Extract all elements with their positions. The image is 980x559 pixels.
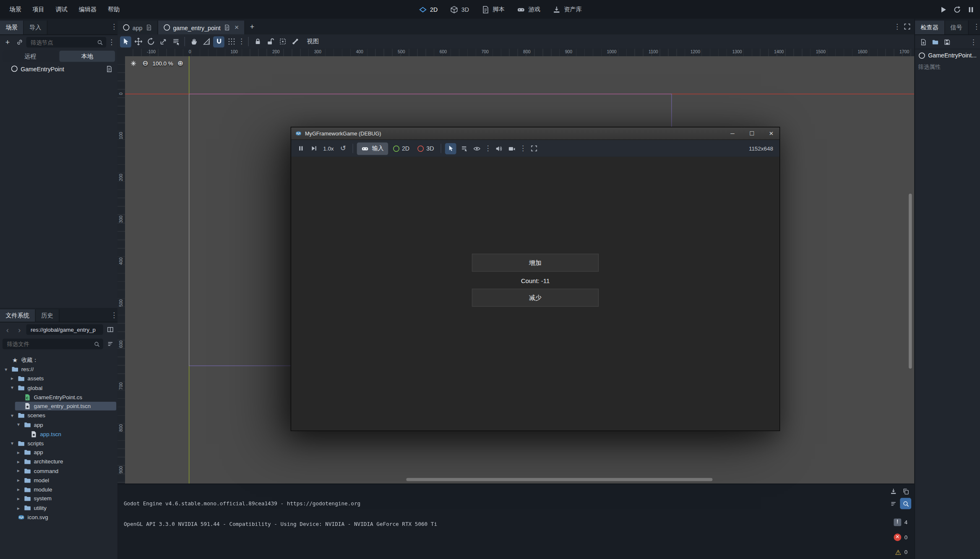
file-row[interactable]: game_entry_point.tscn (0, 402, 117, 411)
bone-icon[interactable] (289, 36, 301, 47)
selection-list-icon[interactable] (459, 143, 470, 154)
pan-tool-icon[interactable] (188, 36, 199, 47)
file-row[interactable]: ▸app (0, 448, 117, 457)
tree-arrow-icon[interactable]: ▾ (9, 385, 15, 390)
center-view-icon[interactable] (129, 59, 138, 68)
nav-back-icon[interactable]: ‹ (3, 325, 13, 335)
tree-arrow-icon[interactable]: ▸ (16, 496, 21, 502)
workspace-game[interactable]: 游戏 (513, 3, 545, 15)
rotate-tool-icon[interactable] (145, 36, 156, 47)
embed-fullscreen-icon[interactable] (528, 143, 540, 154)
path-input[interactable] (29, 326, 100, 333)
copy-log-icon[interactable] (900, 486, 911, 497)
input-mode-toggle[interactable]: 输入 (357, 142, 388, 155)
select-tool-icon[interactable] (120, 36, 131, 47)
file-row[interactable]: ▸command (0, 466, 117, 476)
sort-files-icon[interactable] (105, 339, 115, 349)
node-filter[interactable] (26, 37, 107, 47)
next-frame-icon[interactable] (308, 143, 319, 154)
game-window[interactable]: MyGFrameworkGame (DEBUG) ─ ☐ ✕ 1.0x ↺ 输入… (291, 127, 780, 431)
tab-import-dock[interactable]: 导入 (24, 21, 48, 34)
error-count-badge[interactable]: ✕ 0 (894, 533, 909, 541)
workspace-2d[interactable]: 2D (414, 3, 442, 15)
save-resource-icon[interactable] (942, 37, 952, 47)
resource-menu-icon[interactable]: ⋮ (970, 38, 977, 46)
scene-tabs-menu-icon[interactable]: ⋮ (894, 22, 900, 30)
expand-viewport-icon[interactable] (902, 21, 912, 31)
snap-menu-icon[interactable]: ⋮ (238, 37, 245, 45)
tree-arrow-icon[interactable]: ▸ (16, 487, 21, 492)
tab-inspector[interactable]: 检查器 (915, 21, 945, 34)
tree-arrow-icon[interactable]: ▾ (9, 440, 15, 446)
file-row[interactable]: app.tscn (0, 429, 117, 439)
tree-arrow-icon[interactable]: ▸ (16, 459, 21, 464)
menu-help[interactable]: 帮助 (102, 0, 125, 19)
file-row[interactable]: ▸architecture (0, 457, 117, 466)
filesystem-menu-icon[interactable]: ⋮ (111, 311, 117, 319)
file-row[interactable]: icon.svg (0, 512, 117, 522)
tree-arrow-icon[interactable]: ▸ (16, 505, 21, 511)
scene-tab-app[interactable]: app (117, 21, 158, 34)
new-resource-icon[interactable] (918, 37, 928, 47)
filter-log-icon[interactable] (888, 498, 899, 509)
file-row[interactable]: ▸system (0, 494, 117, 503)
snap-magnet-icon[interactable] (213, 36, 224, 47)
log-count-badge[interactable]: ! 4 (894, 518, 909, 526)
h-scrollbar[interactable] (406, 478, 712, 481)
scene-tab-game-entry-point[interactable]: game_entry_point ✕ (158, 21, 245, 34)
mute-audio-icon[interactable] (493, 143, 505, 154)
maximize-icon[interactable]: ☐ (744, 127, 760, 139)
move-tool-icon[interactable] (133, 36, 144, 47)
group-icon[interactable] (277, 36, 288, 47)
inspected-node-row[interactable]: GameEntryPoint... (915, 49, 980, 61)
open-script-icon[interactable] (104, 64, 114, 74)
file-row[interactable]: ▾scenes (0, 411, 117, 420)
remote-button[interactable]: 远程 (3, 51, 58, 62)
search-log-icon[interactable] (900, 498, 911, 509)
load-resource-icon[interactable] (930, 37, 940, 47)
file-row[interactable]: ▾app (0, 420, 117, 429)
tree-arrow-icon[interactable]: ▾ (3, 367, 8, 372)
speed-multiplier[interactable]: 1.0x (321, 145, 336, 151)
play-icon[interactable] (938, 4, 949, 15)
pause-icon[interactable] (965, 4, 976, 15)
file-row[interactable]: GameEntryPoint.cs (0, 393, 117, 402)
add-node-icon[interactable]: + (3, 37, 13, 47)
list-select-icon[interactable] (170, 36, 181, 47)
file-filter[interactable] (3, 338, 103, 349)
minimize-icon[interactable]: ─ (725, 127, 741, 139)
zoom-out-icon[interactable]: ⊖ (141, 59, 150, 68)
tree-arrow-icon[interactable]: ▾ (16, 422, 21, 427)
workspace-assetlib[interactable]: 资产库 (548, 3, 586, 15)
workspace-3d[interactable]: 3D (446, 3, 474, 15)
tree-arrow-icon[interactable]: ▸ (16, 478, 21, 483)
decrease-button[interactable]: 减少 (472, 289, 599, 307)
visibility-icon[interactable] (472, 143, 483, 154)
tree-arrow-icon[interactable]: ▸ (16, 468, 21, 474)
workspace-script[interactable]: 脚本 (477, 3, 509, 15)
split-mode-icon[interactable] (105, 325, 115, 335)
menu-debug[interactable]: 调试 (50, 0, 73, 19)
camera-menu-icon[interactable]: ⋮ (520, 144, 526, 152)
zoom-level[interactable]: 100.0 % (153, 60, 173, 67)
tab-filesystem[interactable]: 文件系统 (0, 309, 36, 322)
close-tab-icon[interactable]: ✕ (235, 24, 239, 31)
mode-2d-radio[interactable]: 2D (390, 145, 413, 152)
view-menu[interactable]: 视图 (302, 37, 324, 45)
pause-game-icon[interactable] (295, 143, 306, 154)
tab-history[interactable]: 历史 (36, 309, 60, 322)
file-row[interactable]: ▸module (0, 485, 117, 494)
path-bar[interactable] (26, 324, 103, 335)
instance-scene-icon[interactable] (14, 37, 24, 47)
close-icon[interactable]: ✕ (763, 127, 779, 139)
nav-forward-icon[interactable]: › (14, 325, 24, 335)
mode-3d-radio[interactable]: 3D (414, 145, 437, 152)
lock-icon[interactable] (252, 36, 263, 47)
pick-node-icon[interactable] (445, 143, 456, 154)
property-filter[interactable]: 筛选属性 (918, 62, 977, 72)
tree-arrow-icon[interactable]: ▸ (9, 376, 15, 381)
tab-scene-dock[interactable]: 场景 (0, 21, 24, 34)
unlock-icon[interactable] (264, 36, 276, 47)
game-window-titlebar[interactable]: MyGFrameworkGame (DEBUG) ─ ☐ ✕ (291, 127, 779, 140)
tree-arrow-icon[interactable]: ▾ (9, 413, 15, 418)
